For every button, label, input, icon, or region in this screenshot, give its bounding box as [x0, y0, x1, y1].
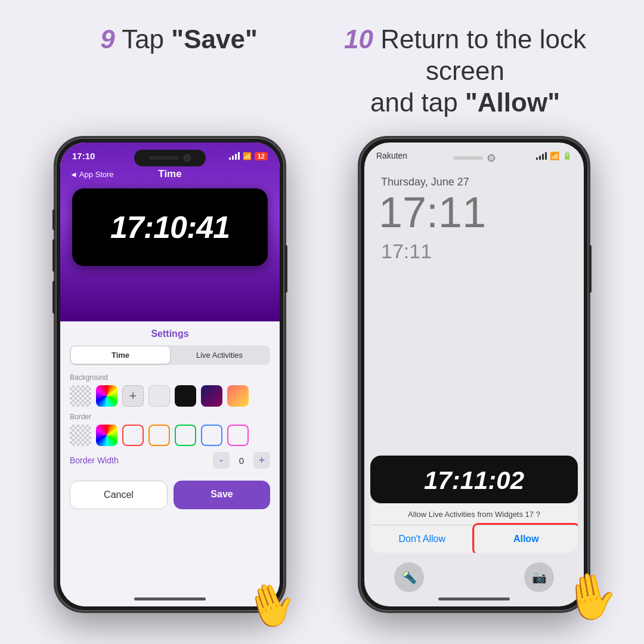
hand-cursor-right: 🤚: [558, 566, 623, 628]
border-width-value: 0: [236, 456, 247, 466]
dont-allow-button[interactable]: Don't Allow: [370, 525, 474, 553]
background-color-row: +: [70, 385, 270, 407]
bottom-buttons: Cancel Save: [60, 473, 280, 521]
flashlight-button[interactable]: 🔦: [394, 562, 424, 592]
border-swatch-pink[interactable]: [227, 425, 249, 446]
step10-instruction: 10 Return to the lock screen and tap "Al…: [322, 24, 608, 118]
cancel-button[interactable]: Cancel: [70, 481, 168, 509]
border-swatch-rainbow[interactable]: [96, 425, 117, 446]
border-section: Border: [60, 413, 280, 446]
settings-title: Settings: [60, 329, 280, 339]
nav-title: Time: [158, 168, 181, 180]
step10-text2: and tap: [370, 88, 465, 117]
nav-bar: ◄ App Store Time: [60, 166, 280, 182]
border-width-row: Border Width - 0 +: [60, 452, 280, 469]
status-icons: 📶 12: [229, 152, 268, 160]
save-button[interactable]: Save: [174, 481, 270, 509]
left-screen: 17:10 📶 12 ◄ App Store Time: [60, 143, 280, 606]
lock-date: Thursday, June 27: [364, 164, 584, 191]
speaker: [149, 156, 179, 160]
alert-buttons: Don't Allow Allow: [370, 525, 578, 553]
right-camera: [488, 154, 495, 162]
step9-number: 9: [100, 24, 114, 54]
border-width-controls: - 0 +: [213, 452, 270, 469]
segment-control: Time Live Activities: [70, 345, 270, 365]
signal-icon: [229, 152, 240, 160]
volume-down-button: [52, 281, 55, 314]
right-speaker: [453, 156, 483, 160]
right-phone: Rakuten 📶 🔋 Thursday, June 27 17:11 17:1…: [358, 136, 590, 613]
step10-number: 10: [344, 24, 373, 54]
lock-time-big: 17:11: [364, 191, 584, 234]
right-home-indicator: [438, 597, 510, 600]
camera: [184, 154, 191, 162]
border-width-plus[interactable]: +: [253, 452, 270, 469]
right-screen: Rakuten 📶 🔋 Thursday, June 27 17:11 17:1…: [364, 143, 584, 606]
home-indicator: [134, 597, 206, 600]
border-swatch-blue[interactable]: [201, 425, 222, 446]
back-button[interactable]: ◄ App Store: [70, 170, 114, 179]
swatch-gradient1[interactable]: [201, 385, 222, 407]
settings-panel: Settings Time Live Activities Background…: [60, 321, 280, 606]
live-activity-time: 17:11:02: [382, 466, 566, 495]
swatch-light[interactable]: [148, 385, 170, 407]
border-color-row: [70, 425, 270, 446]
background-label: Background: [70, 373, 270, 382]
swatch-rainbow[interactable]: [96, 385, 117, 407]
border-swatch-orange[interactable]: [148, 425, 170, 446]
border-swatch-checker[interactable]: [70, 425, 91, 446]
left-phone: 17:10 📶 12 ◄ App Store Time: [54, 136, 286, 613]
carrier-name: Rakuten: [376, 151, 407, 160]
border-width-minus[interactable]: -: [213, 452, 230, 469]
step9-bold: "Save": [171, 24, 257, 54]
phones-container: 17:10 📶 12 ◄ App Store Time: [0, 136, 644, 613]
allow-label: Allow: [513, 534, 539, 544]
lock-time-small: 17:11: [364, 234, 584, 263]
status-time: 17:10: [72, 151, 95, 161]
widget-time: 17:10:41: [110, 209, 230, 245]
swatch-black[interactable]: [175, 385, 196, 407]
alert-box: Allow Live Activities from Widgets 17 ? …: [370, 503, 578, 553]
power-button: [284, 245, 287, 293]
right-wifi-icon: 📶: [550, 151, 559, 160]
border-swatch-red[interactable]: [122, 425, 144, 446]
left-header: 17:10 📶 12 ◄ App Store Time: [60, 143, 280, 321]
swatch-checker[interactable]: [70, 385, 91, 407]
step10-text1: Return to the lock screen: [380, 24, 586, 85]
lock-spacer: [364, 263, 584, 456]
border-label: Border: [70, 413, 270, 421]
step9-tap-text: Tap: [122, 24, 171, 54]
tab-live-activities[interactable]: Live Activities: [170, 346, 269, 364]
step9-instruction: 9 Tap "Save": [36, 24, 322, 55]
live-activity-widget: 17:11:02: [370, 456, 578, 503]
widget-preview: 17:10:41: [72, 188, 268, 266]
border-swatch-green[interactable]: [175, 425, 196, 446]
right-status-icons: 📶 🔋: [536, 151, 572, 160]
notification-badge: 12: [255, 152, 268, 160]
mute-button: [52, 209, 55, 230]
volume-up-button: [52, 239, 55, 272]
wifi-icon: 📶: [243, 152, 252, 160]
power-button-right: [589, 245, 592, 293]
right-signal-icon: [536, 152, 547, 160]
swatch-plus[interactable]: +: [122, 385, 144, 407]
right-notch: [438, 150, 510, 166]
background-section: Background +: [60, 373, 280, 407]
battery-low-icon: 🔋: [562, 151, 572, 160]
allow-button[interactable]: Allow: [475, 525, 578, 553]
border-width-label: Border Width: [70, 456, 119, 465]
alert-message: Allow Live Activities from Widgets 17 ?: [370, 503, 578, 525]
notch: [134, 150, 206, 166]
swatch-gradient2[interactable]: [227, 385, 249, 407]
step10-bold: "Allow": [465, 88, 560, 117]
camera-button[interactable]: 📷: [524, 562, 554, 592]
tab-time[interactable]: Time: [71, 346, 170, 364]
instructions-header: 9 Tap "Save" 10 Return to the lock scree…: [0, 0, 644, 130]
